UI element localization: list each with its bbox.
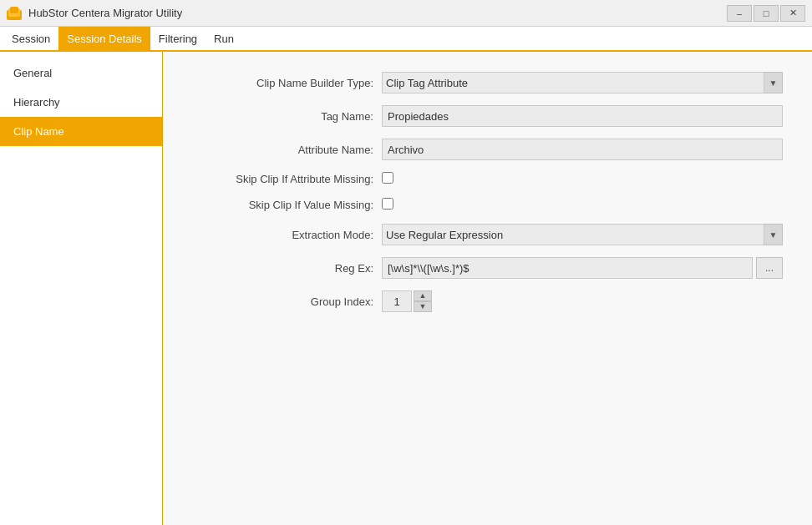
clip-name-builder-type-label: Clip Name Builder Type:: [190, 77, 382, 89]
menu-run[interactable]: Run: [206, 27, 242, 50]
content-area: Clip Name Builder Type: Clip Tag Attribu…: [163, 52, 812, 525]
clip-name-builder-type-select[interactable]: Clip Tag Attribute Clip ID Custom: [382, 72, 764, 93]
extraction-mode-select[interactable]: Use Regular Expression None Custom: [382, 224, 764, 245]
menu-session-details[interactable]: Session Details: [58, 27, 150, 50]
hubstor-icon: [7, 5, 23, 22]
attribute-name-label: Attribute Name:: [190, 144, 382, 156]
reg-ex-browse-button[interactable]: ...: [756, 257, 783, 279]
group-index-input[interactable]: [382, 290, 412, 312]
clip-name-builder-type-control: Clip Tag Attribute Clip ID Custom ▼: [382, 72, 783, 93]
tag-name-label: Tag Name:: [190, 110, 382, 123]
title-bar-left: HubStor Centera Migrator Utility: [7, 5, 182, 22]
skip-attribute-missing-control: [382, 172, 783, 186]
reg-ex-row: Reg Ex: ...: [190, 257, 785, 279]
reg-ex-control: ...: [382, 257, 783, 279]
minimize-button[interactable]: –: [727, 5, 752, 22]
menu-filtering[interactable]: Filtering: [150, 27, 206, 50]
group-index-spin-down[interactable]: ▼: [414, 301, 432, 312]
skip-attribute-missing-row: Skip Clip If Attribute Missing:: [190, 172, 785, 186]
tag-name-row: Tag Name:: [190, 105, 785, 127]
skip-attribute-missing-checkbox[interactable]: [382, 172, 393, 184]
window-controls: – □ ✕: [727, 5, 805, 22]
group-index-row: Group Index: ▲ ▼: [190, 290, 785, 312]
reg-ex-input[interactable]: [382, 257, 753, 279]
skip-value-missing-control: [382, 198, 783, 212]
group-index-control: ▲ ▼: [382, 290, 432, 312]
sidebar-item-hierarchy[interactable]: Hierarchy: [0, 88, 162, 117]
skip-value-missing-row: Skip Clip If Value Missing:: [190, 198, 785, 212]
sidebar-item-clip-name[interactable]: Clip Name: [0, 117, 162, 146]
extraction-mode-dropdown-btn[interactable]: ▼: [764, 224, 783, 245]
group-index-spin-up[interactable]: ▲: [414, 290, 432, 301]
tag-name-input[interactable]: [382, 105, 783, 127]
sidebar-item-general[interactable]: General: [0, 58, 162, 88]
restore-button[interactable]: □: [754, 5, 779, 22]
close-button[interactable]: ✕: [780, 5, 805, 22]
extraction-mode-control: Use Regular Expression None Custom ▼: [382, 224, 783, 245]
sidebar: General Hierarchy Clip Name: [0, 52, 163, 525]
skip-value-missing-label: Skip Clip If Value Missing:: [190, 199, 382, 211]
attribute-name-control: [382, 139, 783, 160]
skip-value-missing-checkbox[interactable]: [382, 198, 393, 209]
extraction-mode-label: Extraction Mode:: [190, 229, 382, 241]
skip-attribute-missing-label: Skip Clip If Attribute Missing:: [190, 173, 382, 185]
attribute-name-input[interactable]: [382, 139, 783, 160]
menu-bar: Session Session Details Filtering Run: [0, 27, 812, 52]
menu-session[interactable]: Session: [3, 27, 58, 50]
title-bar: HubStor Centera Migrator Utility – □ ✕: [0, 0, 812, 27]
extraction-mode-row: Extraction Mode: Use Regular Expression …: [190, 224, 785, 245]
group-index-spinner: ▲ ▼: [414, 290, 432, 312]
main-layout: General Hierarchy Clip Name Clip Name Bu…: [0, 52, 812, 525]
svg-rect-2: [10, 7, 18, 13]
attribute-name-row: Attribute Name:: [190, 139, 785, 160]
clip-name-builder-type-dropdown-btn[interactable]: ▼: [764, 72, 783, 93]
group-index-label: Group Index:: [190, 295, 382, 308]
app-title: HubStor Centera Migrator Utility: [28, 7, 182, 19]
clip-name-builder-type-row: Clip Name Builder Type: Clip Tag Attribu…: [190, 72, 785, 93]
tag-name-control: [382, 105, 783, 127]
reg-ex-label: Reg Ex:: [190, 262, 382, 275]
